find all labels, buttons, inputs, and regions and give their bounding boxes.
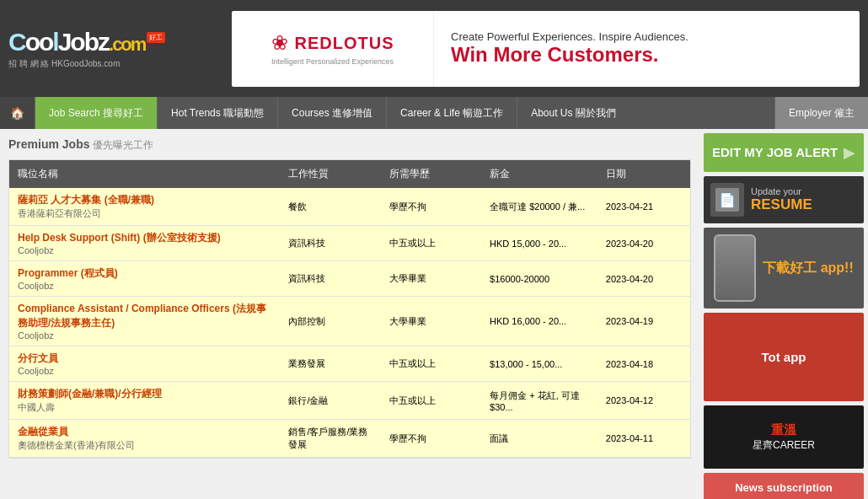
job-name-cell: 薩莉亞 人才大募集 (全職/兼職) 香港薩莉亞有限公司 (9, 188, 280, 226)
job-type-cell: 業務發展 (280, 346, 380, 382)
logo-area: CoolJobz.com 好工 招 聘 網 絡 HKGoodJobs.com (8, 28, 232, 70)
edit-job-alert-label: EDIT MY JOB ALERT (712, 145, 838, 160)
table-row[interactable]: Compliance Assistant / Compliance Office… (9, 297, 690, 346)
table-row[interactable]: Programmer (程式員) Cooljobz 資訊科技 大學畢業 $160… (9, 261, 690, 297)
banner-top-text: Create Powerful Experiences. Inspire Aud… (451, 30, 843, 43)
resume-label: RESUME (751, 196, 812, 213)
nav-item-job-search[interactable]: Job Search 搜尋好工 (35, 97, 157, 129)
job-salary-cell: 每月佣金 + 花紅, 可達$30... (481, 382, 597, 420)
job-type-cell: 資訊科技 (280, 261, 380, 297)
job-company: 中國人壽 (18, 401, 271, 414)
app-download-card[interactable]: 下載好工 app!! (704, 228, 864, 309)
phone-mockup (714, 234, 756, 302)
job-name-cell: 分行文員 Cooljobz (9, 346, 280, 382)
edit-job-alert-arrow-icon: ▶ (844, 143, 855, 162)
job-name-cell: 財務策劃師(金融/兼職)/分行經理 中國人壽 (9, 382, 280, 420)
job-title[interactable]: 分行文員 (18, 351, 271, 366)
table-row[interactable]: 分行文員 Cooljobz 業務發展 中五或以上 $13,000 - 15,00… (9, 346, 690, 382)
app-download-text: 下載好工 app!! (763, 260, 854, 277)
banner[interactable]: ❀ REDLOTUS Intelligent Personalized Expe… (232, 11, 860, 87)
update-resume-card[interactable]: 📄 Update your RESUME (704, 176, 864, 223)
tot-app-label: Tot app (761, 350, 806, 364)
banner-tagline: Intelligent Personalized Experiences (271, 57, 394, 66)
table-row[interactable]: 金融從業員 奧德標榜金業(香港)有限公司 銷售/客戶服務/業務發展 學歷不拘 面… (9, 420, 690, 458)
job-salary-cell: HKD 16,000 - 20... (481, 297, 597, 346)
job-company: 香港薩莉亞有限公司 (18, 207, 271, 220)
job-type-cell: 資訊科技 (280, 226, 380, 261)
job-company: Cooljobz (18, 330, 271, 341)
nav-item-hot-trends[interactable]: Hot Trends 職場動態 (157, 97, 277, 129)
tot-app-card[interactable]: Tot app (704, 313, 864, 401)
job-edu-cell: 中五或以上 (381, 382, 481, 420)
job-edu-cell: 大學畢業 (381, 261, 481, 297)
job-salary-cell: $13,000 - 15,00... (481, 346, 597, 382)
redlotus-logo: ❀ REDLOTUS (271, 31, 394, 55)
news-subscription-button[interactable]: News subscription (704, 473, 864, 499)
job-name-cell: Programmer (程式員) Cooljobz (9, 261, 280, 297)
job-company: 奧德標榜金業(香港)有限公司 (18, 439, 271, 452)
job-title[interactable]: 金融從業員 (18, 425, 271, 439)
job-edu-cell: 學歷不拘 (381, 188, 481, 226)
nav-item-about-us[interactable]: About Us 關於我們 (517, 97, 630, 129)
logo-badge: 好工 (147, 32, 165, 43)
resume-icon: 📄 (710, 183, 744, 217)
table-row[interactable]: 薩莉亞 人才大募集 (全職/兼職) 香港薩莉亞有限公司 餐飲 學歷不拘 全職可達… (9, 188, 690, 226)
job-title[interactable]: 薩莉亞 人才大募集 (全職/兼職) (18, 193, 271, 207)
job-title[interactable]: Programmer (程式員) (18, 266, 271, 281)
banner-copy: Create Powerful Experiences. Inspire Aud… (434, 11, 860, 87)
job-company: Cooljobz (18, 366, 271, 376)
table-header-row: 職位名稱 工作性質 所需學歷 薪金 日期 (9, 160, 690, 188)
job-type-cell: 內部控制 (280, 297, 380, 346)
job-date-cell: 2023-04-19 (597, 297, 690, 346)
job-edu-cell: 中五或以上 (381, 346, 481, 382)
job-name-cell: Compliance Assistant / Compliance Office… (9, 297, 280, 346)
main-layout: Premium Jobs 優先曝光工作 職位名稱 工作性質 所需學歷 薪金 日期 (0, 129, 868, 499)
jobs-table: 職位名稱 工作性質 所需學歷 薪金 日期 薩莉亞 人才大募集 (全職/兼職) 香… (9, 160, 690, 458)
job-company: Cooljobz (18, 281, 271, 291)
job-name-cell: 金融從業員 奧德標榜金業(香港)有限公司 (9, 420, 280, 458)
logo-text: CoolJobz.com (8, 28, 145, 56)
header: CoolJobz.com 好工 招 聘 網 絡 HKGoodJobs.com ❀… (0, 0, 868, 97)
col-header-date: 日期 (597, 160, 690, 188)
career-label: 重溫 星齊CAREER (753, 422, 815, 453)
job-title[interactable]: 財務策劃師(金融/兼職)/分行經理 (18, 387, 271, 401)
job-company: Cooljobz (18, 245, 271, 255)
banner-main-text: Win More Customers. (451, 43, 843, 67)
job-type-cell: 餐飲 (280, 188, 380, 226)
content-area: Premium Jobs 優先曝光工作 職位名稱 工作性質 所需學歷 薪金 日期 (0, 129, 699, 499)
nav: 🏠 Job Search 搜尋好工 Hot Trends 職場動態 Course… (0, 97, 868, 129)
nav-home-button[interactable]: 🏠 (0, 97, 35, 129)
job-date-cell: 2023-04-12 (597, 382, 690, 420)
job-salary-cell: 面議 (481, 420, 597, 458)
col-header-name: 職位名稱 (9, 160, 280, 188)
edit-job-alert-button[interactable]: EDIT MY JOB ALERT ▶ (704, 133, 864, 172)
sidebar: EDIT MY JOB ALERT ▶ 📄 Update your RESUME… (699, 129, 868, 499)
nav-item-career-life[interactable]: Career & Life 暢遊工作 (386, 97, 517, 129)
job-date-cell: 2023-04-21 (597, 188, 690, 226)
job-salary-cell: 全職可達 $20000 / 兼... (481, 188, 597, 226)
job-name-cell: Help Desk Support (Shift) (辦公室技術支援) Cool… (9, 226, 280, 261)
career-zh-text: 重溫 (753, 422, 815, 438)
lotus-icon: ❀ (271, 31, 288, 55)
premium-jobs-title: Premium Jobs 優先曝光工作 (8, 137, 691, 153)
col-header-salary: 薪金 (481, 160, 597, 188)
jobs-table-wrapper: 職位名稱 工作性質 所需學歷 薪金 日期 薩莉亞 人才大募集 (全職/兼職) 香… (8, 159, 691, 459)
job-date-cell: 2023-04-18 (597, 346, 690, 382)
nav-employer-button[interactable]: Employer 僱主 (774, 97, 868, 129)
nav-item-courses[interactable]: Courses 進修增值 (277, 97, 386, 129)
job-date-cell: 2023-04-20 (597, 261, 690, 297)
career-card[interactable]: 重溫 星齊CAREER (704, 405, 864, 469)
job-edu-cell: 大學畢業 (381, 297, 481, 346)
job-title[interactable]: Help Desk Support (Shift) (辦公室技術支援) (18, 231, 271, 245)
job-salary-cell: $16000-20000 (481, 261, 597, 297)
table-row[interactable]: 財務策劃師(金融/兼職)/分行經理 中國人壽 銀行/金融 中五或以上 每月佣金 … (9, 382, 690, 420)
logo-subtitle: 招 聘 網 絡 HKGoodJobs.com (8, 58, 232, 70)
banner-brand: ❀ REDLOTUS Intelligent Personalized Expe… (232, 11, 434, 87)
job-title[interactable]: Compliance Assistant / Compliance Office… (18, 302, 271, 330)
job-edu-cell: 中五或以上 (381, 226, 481, 261)
job-salary-cell: HKD 15,000 - 20... (481, 226, 597, 261)
job-type-cell: 銀行/金融 (280, 382, 380, 420)
career-en-text: 星齊CAREER (753, 438, 815, 453)
table-row[interactable]: Help Desk Support (Shift) (辦公室技術支援) Cool… (9, 226, 690, 261)
job-type-cell: 銷售/客戶服務/業務發展 (280, 420, 380, 458)
